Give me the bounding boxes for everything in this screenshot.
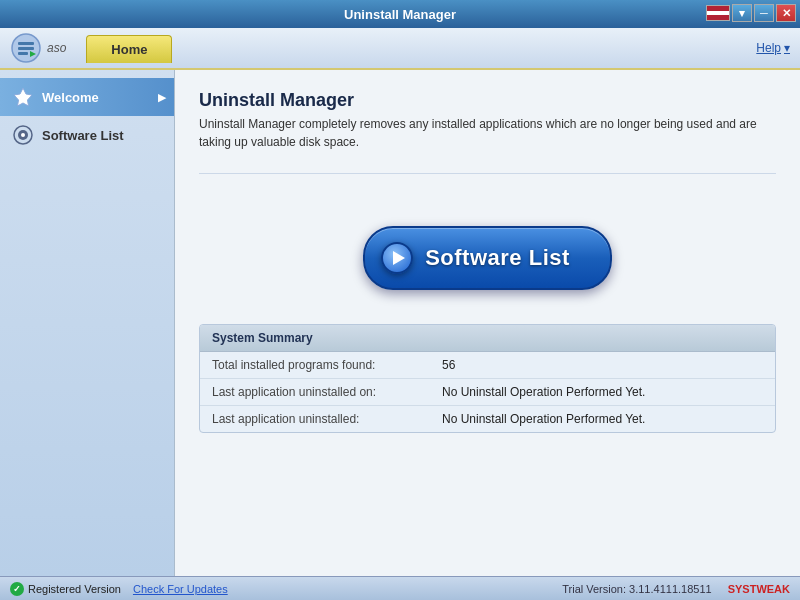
summary-value-2: No Uninstall Operation Performed Yet. [430,379,775,406]
welcome-label: Welcome [42,90,99,105]
software-list-btn-container: Software List [199,226,776,290]
content-area: Uninstall Manager Uninstall Manager comp… [175,70,800,576]
sidebar-item-software-list[interactable]: Software List [0,116,174,154]
check-icon: ✓ [10,582,24,596]
bottom-right: Trial Version: 3.11.4111.18511 SYSTWEAK [562,583,790,595]
home-tab[interactable]: Home [86,35,172,63]
titlebar: Uninstall Manager ▾ ─ ✕ [0,0,800,28]
sidebar-item-welcome[interactable]: Welcome ▶ [0,78,174,116]
content-description: Uninstall Manager completely removes any… [199,115,759,151]
table-row: Total installed programs found: 56 [200,352,775,379]
software-list-icon [12,124,34,146]
navbar: aso Home Help ▾ [0,28,800,70]
logo-area: aso [10,32,66,64]
bottom-bar: ✓ Registered Version Check For Updates T… [0,576,800,600]
system-summary: System Summary Total installed programs … [199,324,776,433]
summary-table: Total installed programs found: 56 Last … [200,352,775,432]
help-dropdown-icon: ▾ [784,41,790,55]
software-list-button[interactable]: Software List [363,226,612,290]
help-link[interactable]: Help ▾ [756,41,790,55]
svg-point-8 [21,133,25,137]
separator [199,173,776,174]
table-row: Last application uninstalled: No Uninsta… [200,406,775,433]
summary-label-3: Last application uninstalled: [200,406,430,433]
software-list-label: Software List [42,128,124,143]
summary-label-1: Total installed programs found: [200,352,430,379]
close-btn[interactable]: ✕ [776,4,796,22]
window-controls: ▾ ─ ✕ [706,4,796,22]
app-title: Uninstall Manager [344,7,456,22]
dropdown-btn[interactable]: ▾ [732,4,752,22]
language-flag[interactable] [706,5,730,21]
sidebar: Welcome ▶ Software List [0,70,175,576]
app-logo-icon [10,32,42,64]
trial-version: Trial Version: 3.11.4111.18511 [562,583,711,595]
summary-label-2: Last application uninstalled on: [200,379,430,406]
check-updates-link[interactable]: Check For Updates [133,583,228,595]
registered-label: Registered Version [28,583,121,595]
minimize-btn[interactable]: ─ [754,4,774,22]
svg-marker-5 [14,88,32,106]
navbar-brand: aso [47,41,66,55]
welcome-icon [12,86,34,108]
summary-value-1: 56 [430,352,775,379]
play-icon [381,242,413,274]
content-title: Uninstall Manager [199,90,776,111]
software-btn-label: Software List [425,245,570,271]
play-triangle [393,251,405,265]
systweak-logo: SYSTWEAK [728,583,790,595]
table-row: Last application uninstalled on: No Unin… [200,379,775,406]
registered-badge: ✓ Registered Version [10,582,121,596]
svg-rect-3 [18,52,28,55]
bottom-left: ✓ Registered Version Check For Updates [10,582,228,596]
sidebar-arrow-icon: ▶ [158,91,166,104]
summary-header: System Summary [200,325,775,352]
summary-value-3: No Uninstall Operation Performed Yet. [430,406,775,433]
main-container: Welcome ▶ Software List Uninstall Manage… [0,70,800,576]
svg-rect-1 [18,42,34,45]
svg-rect-2 [18,47,34,50]
